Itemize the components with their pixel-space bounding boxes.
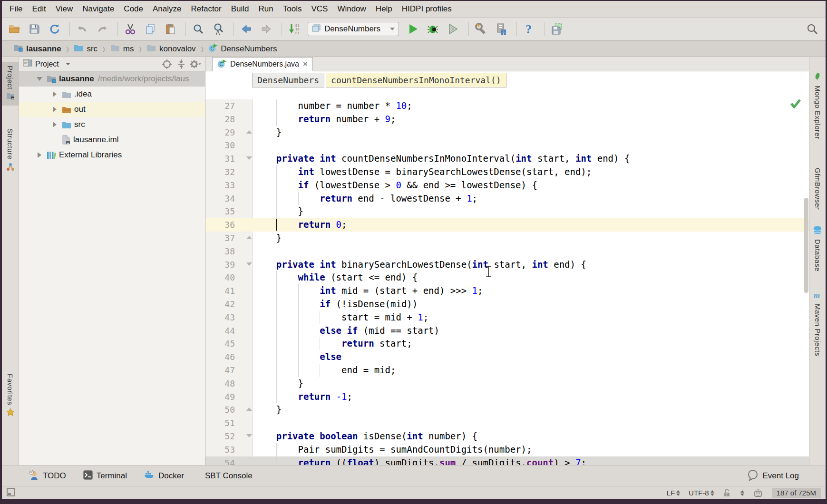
bottom-tab-todo[interactable]: TODO	[29, 470, 66, 482]
fold-marker-icon[interactable]	[246, 407, 252, 411]
event-log-button[interactable]: Event Log	[747, 469, 799, 483]
replace-button[interactable]: A	[212, 22, 225, 36]
tool-stripe-tab-mongo-explorer[interactable]: Mongo Explorer	[809, 68, 826, 143]
open-button[interactable]	[8, 22, 21, 36]
tool-stripe-tab-structure[interactable]: Structure	[2, 125, 19, 176]
menu-item-tools[interactable]: Tools	[278, 4, 307, 14]
code-line-53[interactable]: 53 Pair sumDigits = sumAndCountDigits(nu…	[205, 443, 809, 456]
tab-densenumbers-java[interactable]: C DenseNumbers.java ×	[212, 57, 313, 71]
code-line-50[interactable]: 50 }	[205, 403, 809, 417]
code-line-39[interactable]: 39 private int binarySearchLowestDense(i…	[205, 258, 809, 271]
run-configuration-select[interactable]: DenseNumbers	[308, 22, 399, 36]
code-line-27[interactable]: 27 number = number * 10;	[205, 99, 809, 113]
find-button[interactable]	[192, 22, 205, 36]
code-line-49[interactable]: 49 return -1;	[205, 390, 809, 404]
breadcrumb-item-konovalov[interactable]: konovalov	[144, 44, 199, 54]
code-line-41[interactable]: 41 int mid = (start + end) >>> 1;	[205, 284, 809, 298]
code-area[interactable]: 27 number = number * 10;28 return number…	[205, 99, 809, 465]
code-line-48[interactable]: 48 }	[205, 377, 809, 390]
menu-item-window[interactable]: Window	[332, 4, 370, 14]
code-line-38[interactable]: 38	[205, 245, 809, 258]
code-line-35[interactable]: 35 }	[205, 205, 809, 218]
code-line-42[interactable]: 42 if (!isDense(mid))	[205, 298, 809, 311]
debug-button[interactable]	[427, 22, 440, 36]
code-line-46[interactable]: 46 else	[205, 350, 809, 364]
code-line-28[interactable]: 28 return number + 9;	[205, 113, 809, 126]
tree-expand-arrow-icon[interactable]	[36, 152, 43, 158]
menu-item-view[interactable]: View	[51, 4, 78, 14]
fold-marker-icon[interactable]	[246, 236, 252, 239]
code-line-51[interactable]: 51	[205, 417, 809, 430]
menu-item-code[interactable]: Code	[119, 4, 148, 14]
editor[interactable]: C DenseNumbers.java × DenseNumbers count…	[205, 57, 809, 465]
code-line-37[interactable]: 37 }	[205, 232, 809, 245]
tree-expand-arrow-icon[interactable]	[51, 91, 58, 97]
memory-indicator[interactable]: 187 of 725M	[772, 488, 821, 498]
navigate-forward-button[interactable]	[260, 22, 273, 36]
tree-row-lausanne[interactable]: lausanne/media/work/projects/laus	[19, 71, 205, 87]
sort-lines-button[interactable]: 011001	[288, 22, 301, 36]
tool-stripe-tab-favorites[interactable]: Favorites	[2, 370, 19, 422]
toolwindow-switcher-icon[interactable]	[7, 488, 15, 498]
code-line-45[interactable]: 45 return start;	[205, 337, 809, 350]
undo-button[interactable]	[76, 22, 89, 36]
redo-button[interactable]	[96, 22, 109, 36]
chevron-down-icon[interactable]	[66, 63, 70, 65]
inspections-ok-icon[interactable]	[790, 99, 801, 110]
breadcrumb-item-src[interactable]: src	[71, 44, 100, 54]
encoding-select[interactable]: UTF-8	[689, 489, 714, 497]
project-structure-button[interactable]	[495, 22, 508, 36]
tool-stripe-tab-gfmbrowser[interactable]: GfmBrowser	[809, 164, 826, 213]
code-line-30[interactable]: 30	[205, 139, 809, 152]
save-button[interactable]	[28, 22, 41, 36]
bottom-tab-docker[interactable]: Docker	[144, 471, 184, 481]
breadcrumb-item-densenumbers[interactable]: CDenseNumbers	[205, 43, 280, 55]
menu-item-hidpi-profiles[interactable]: HIDPI profiles	[397, 4, 457, 14]
locate-file-button[interactable]	[161, 58, 173, 70]
tree-expand-arrow-icon[interactable]	[36, 77, 43, 81]
tool-stripe-tab-database[interactable]: Database	[809, 222, 826, 275]
code-line-33[interactable]: 33 if (lowestDense > 0 && end >= lowestD…	[205, 179, 809, 192]
fold-marker-icon[interactable]	[246, 262, 252, 266]
fold-marker-icon[interactable]	[246, 434, 252, 437]
sync-button[interactable]	[48, 22, 61, 36]
copy-button[interactable]	[144, 22, 157, 36]
menu-item-file[interactable]: File	[5, 4, 27, 14]
menu-item-vcs[interactable]: VCS	[306, 4, 332, 14]
code-line-43[interactable]: 43 start = mid + 1;	[205, 311, 809, 324]
code-line-29[interactable]: 29 }	[205, 126, 809, 139]
code-line-47[interactable]: 47 end = mid;	[205, 364, 809, 377]
breadcrumb-item-ms[interactable]: ms	[107, 44, 137, 54]
fold-marker-icon[interactable]	[246, 156, 252, 160]
fold-marker-icon[interactable]	[246, 130, 252, 134]
tree-expand-arrow-icon[interactable]	[51, 122, 58, 127]
editor-scrollbar[interactable]	[804, 198, 808, 293]
navigate-back-button[interactable]	[240, 22, 253, 36]
code-line-44[interactable]: 44 else if (mid == start)	[205, 324, 809, 338]
menu-item-edit[interactable]: Edit	[27, 4, 50, 14]
paste-button[interactable]	[164, 22, 177, 36]
menu-item-navigate[interactable]: Navigate	[78, 4, 119, 14]
code-line-34[interactable]: 34 return end - lowestDense + 1;	[205, 192, 809, 205]
menu-item-refactor[interactable]: Refactor	[186, 4, 226, 14]
settings-button[interactable]	[475, 22, 488, 36]
bottom-tab-sbt-console[interactable]: SBT Console	[201, 471, 253, 481]
hector-inspector-icon[interactable]	[753, 488, 763, 498]
code-line-31[interactable]: 31 private int countDenseNumbersInMonoIn…	[205, 152, 809, 165]
panel-settings-button[interactable]	[190, 58, 201, 70]
menu-item-help[interactable]: Help	[371, 4, 397, 14]
breadcrumb-chip-method[interactable]: countDenseNumbersInMonoInterval()	[326, 73, 506, 87]
breadcrumb-item-lausanne[interactable]: lausanne	[10, 43, 64, 54]
tree-row-src[interactable]: src	[19, 117, 205, 132]
tree-row--idea[interactable]: .idea	[19, 87, 205, 102]
tree-expand-arrow-icon[interactable]	[51, 107, 58, 112]
tool-stripe-tab-project[interactable]: Project	[2, 62, 19, 106]
code-line-40[interactable]: 40 while (start <= end) {	[205, 271, 809, 284]
code-line-36[interactable]: 36 return 0;	[205, 218, 809, 232]
code-line-52[interactable]: 52 private boolean isDense(int number) {	[205, 430, 809, 443]
run-with-coverage-button[interactable]	[447, 22, 460, 36]
run-button[interactable]	[407, 22, 420, 36]
cut-button[interactable]	[124, 22, 137, 36]
code-line-54[interactable]: 54 return ((float) sumDigits.sum / sumDi…	[205, 456, 809, 465]
menu-item-analyze[interactable]: Analyze	[148, 4, 186, 14]
